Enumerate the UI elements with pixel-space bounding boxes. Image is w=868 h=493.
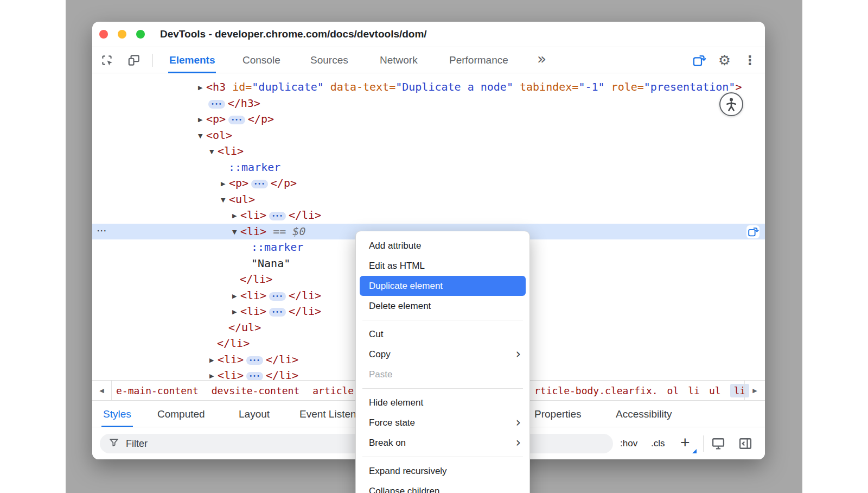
breadcrumb-item[interactable]: li <box>688 385 700 396</box>
dom-tree-row[interactable]: ▼<ul> <box>92 192 765 208</box>
collapse-arrow-icon[interactable]: ▼ <box>209 144 218 160</box>
long-press-indicator <box>692 449 697 453</box>
code-token: <p> <box>229 176 248 189</box>
context-menu-item-break-on[interactable]: Break on› <box>356 433 529 453</box>
menu-item-label: Duplicate element <box>369 281 443 291</box>
inspect-element-icon[interactable] <box>100 53 114 67</box>
sidebar-tab-layout[interactable]: Layout <box>239 401 270 427</box>
breadcrumb-item[interactable]: ul <box>709 385 721 396</box>
device-toolbar-icon[interactable] <box>127 53 141 67</box>
breadcrumb-item[interactable]: e-main-content <box>116 385 199 396</box>
breadcrumb-left-group: e-main-contentdevsite-contentarticle <box>116 381 354 400</box>
expand-arrow-icon[interactable]: ▶ <box>198 80 206 96</box>
expand-arrow-icon[interactable]: ▶ <box>232 288 240 305</box>
breadcrumb-scroll-left-button[interactable]: ◀ <box>92 381 112 400</box>
sidebar-toggle-icon[interactable] <box>738 436 753 451</box>
dom-tree-row[interactable]: ▶<li>•••</li> <box>92 207 765 224</box>
more-panels-icon[interactable]: » <box>537 47 546 73</box>
context-menu-item-collapse-children[interactable]: Collapse children <box>356 481 529 493</box>
expand-arrow-icon[interactable]: ▶ <box>198 112 206 128</box>
breadcrumb-right-group: rticle-body.clearfix.olliulli <box>534 381 749 400</box>
menu-item-label: Force state <box>369 418 415 428</box>
expand-arrow-icon[interactable]: ▶ <box>232 304 240 320</box>
title-bar[interactable]: DevTools - developer.chrome.com/docs/dev… <box>92 22 765 47</box>
context-menu-item-cut[interactable]: Cut <box>356 324 529 344</box>
minimize-button[interactable] <box>118 30 126 39</box>
sidebar-tab-accessibility[interactable]: Accessibility <box>616 401 672 427</box>
filter-funnel-icon <box>108 437 119 450</box>
code-token: </li> <box>266 353 298 366</box>
breadcrumb-scroll-right-button[interactable]: ▶ <box>744 381 765 400</box>
menu-item-label: Hide element <box>369 397 423 408</box>
tab-elements[interactable]: Elements <box>168 47 216 73</box>
dom-tree-row[interactable]: ▶<h3 id="duplicate" data-text="Duplicate… <box>92 79 765 96</box>
toggle-hover-state-button[interactable]: :hov <box>620 427 637 459</box>
collapse-arrow-icon[interactable]: ▼ <box>198 128 206 144</box>
collapse-arrow-icon[interactable]: ▼ <box>221 192 229 208</box>
sidebar-tab-computed[interactable]: Computed <box>157 401 205 427</box>
inline-ellipsis-icon[interactable]: ••• <box>269 292 286 301</box>
breadcrumb-item[interactable]: article <box>312 385 354 396</box>
inline-ellipsis-icon[interactable]: ••• <box>246 356 263 365</box>
context-menu-item-paste[interactable]: Paste <box>356 364 529 384</box>
new-style-rule-button[interactable]: + <box>680 427 690 459</box>
inline-ellipsis-icon[interactable]: ••• <box>269 212 286 220</box>
close-button[interactable] <box>99 30 108 39</box>
context-menu-item-edit-as-html[interactable]: Edit as HTML <box>356 256 529 276</box>
breadcrumb-item[interactable]: ol <box>667 385 679 396</box>
code-token: <li> <box>218 144 244 157</box>
dom-tree-row[interactable]: ▼<ol> <box>92 128 765 144</box>
tab-performance[interactable]: Performance <box>448 47 509 73</box>
context-menu-item-hide-element[interactable]: Hide element <box>356 393 529 413</box>
code-token: </p> <box>248 112 274 125</box>
context-menu-item-expand-recursively[interactable]: Expand recursively <box>356 461 529 481</box>
breadcrumb-item[interactable]: rticle-body.clearfix. <box>534 385 658 396</box>
rendering-emulation-icon[interactable] <box>711 436 726 451</box>
sidebar-tab-styles[interactable]: Styles <box>103 401 131 427</box>
inline-ellipsis-icon[interactable]: ••• <box>269 308 286 317</box>
code-token: == <box>266 225 292 238</box>
window-title: DevTools - developer.chrome.com/docs/dev… <box>160 28 427 40</box>
inline-ellipsis-icon[interactable]: ••• <box>228 116 245 124</box>
code-token: <li> <box>240 289 266 302</box>
context-menu-item-duplicate-element[interactable]: Duplicate element <box>360 276 526 296</box>
tab-console[interactable]: Console <box>241 47 282 73</box>
expand-arrow-icon[interactable]: ▶ <box>232 208 240 224</box>
more-options-icon[interactable]: ⋮ <box>743 53 757 68</box>
menu-item-label: Collapse children <box>369 486 439 493</box>
inline-ellipsis-icon[interactable]: ••• <box>246 372 263 380</box>
gutter-more-icon[interactable]: ⋯ <box>97 223 107 239</box>
context-menu-item-delete-element[interactable]: Delete element <box>356 296 529 316</box>
context-menu-item-add-attribute[interactable]: Add attribute <box>356 236 529 256</box>
duplicate-element-icon[interactable] <box>746 225 760 238</box>
code-token: role= <box>605 80 644 93</box>
context-menu-item-copy[interactable]: Copy› <box>356 344 529 364</box>
duplicate-panel-icon[interactable] <box>692 53 706 68</box>
dom-tree-row[interactable]: •••</h3> <box>92 96 765 112</box>
code-token: ::marker <box>228 161 280 174</box>
code-token: id= <box>226 80 252 93</box>
menu-item-label: Add attribute <box>369 241 421 251</box>
dom-tree-row[interactable]: ▶<p>•••</p> <box>92 175 765 192</box>
toggle-class-button[interactable]: .cls <box>651 427 665 459</box>
expand-arrow-icon[interactable]: ▶ <box>221 176 229 192</box>
dom-tree-row[interactable]: ▶<p>•••</p> <box>92 111 765 128</box>
code-token: </li> <box>217 337 250 350</box>
collapse-arrow-icon[interactable]: ▼ <box>232 224 240 241</box>
context-menu-item-force-state[interactable]: Force state› <box>356 413 529 433</box>
dom-tree-row[interactable]: ▼<li> <box>92 143 765 160</box>
inline-ellipsis-icon[interactable]: ••• <box>208 100 225 109</box>
settings-gear-icon[interactable]: ⚙ <box>717 53 732 68</box>
expand-arrow-icon[interactable]: ▶ <box>209 352 218 369</box>
code-token: ::marker <box>251 241 303 254</box>
inline-ellipsis-icon[interactable]: ••• <box>251 180 268 188</box>
expand-arrow-icon[interactable]: ▶ <box>209 368 218 380</box>
tab-network[interactable]: Network <box>379 47 419 73</box>
sidebar-tab-properties[interactable]: Properties <box>534 401 582 427</box>
dom-tree-row[interactable]: ::marker <box>92 160 765 176</box>
breadcrumb-item[interactable]: devsite-content <box>212 385 300 396</box>
code-token: <p> <box>206 112 226 125</box>
zoom-button[interactable] <box>136 30 145 39</box>
tab-sources[interactable]: Sources <box>309 47 349 73</box>
accessibility-icon <box>719 92 743 116</box>
